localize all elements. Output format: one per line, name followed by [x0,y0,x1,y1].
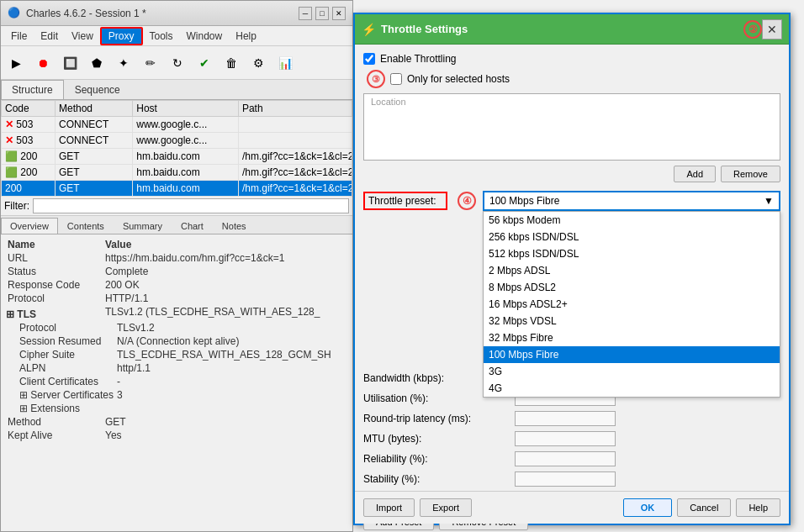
cancel-button[interactable]: Cancel [677,498,731,517]
detail-label-method: Method [4,416,105,428]
record-button[interactable]: ⏺ [31,51,55,75]
preset-option-fibre32[interactable]: 32 Mbps Fibre [484,329,780,346]
detail-value-content-type: image/gif [105,443,146,445]
detail-label-kept-alive: Kept Alive [4,429,105,441]
host-cell: www.google.c... [133,133,239,149]
preset-selected-value: 100 Mbps Fibre [489,195,559,207]
menu-view[interactable]: View [65,29,100,44]
detail-value-url: https://hm.baidu.com/hm.gif?cc=1&ck=1 [105,252,284,264]
close-button[interactable]: ✕ [332,7,346,20]
menu-file[interactable]: File [4,29,34,44]
minimize-button[interactable]: ─ [299,7,312,20]
status-badge: 🟩 200 [2,165,56,181]
preset-label: Throttle preset: [363,192,447,210]
settings-button[interactable]: ⚙ [246,51,270,75]
tab-structure[interactable]: Structure [1,80,64,99]
location-buttons: Add Remove [363,166,780,182]
annotation-2: ② [743,20,762,39]
col-method: Method [55,101,132,117]
preset-option-3g[interactable]: 3G [484,363,780,380]
tab-contents[interactable]: Contents [58,218,114,234]
table-row[interactable]: 🟩 200 GET hm.baidu.com /hm.gif?cc=1&ck=1… [2,149,352,165]
detail-value-tls-protocol: TLSv1.2 [117,322,155,334]
remove-button[interactable]: Remove [721,166,780,182]
footer-left-buttons: Import Export [363,498,472,517]
refresh-button[interactable]: ↻ [166,51,189,75]
col-path: Path [238,101,352,117]
detail-row: Status Complete [4,265,349,278]
latency-input[interactable] [515,411,616,426]
menu-edit[interactable]: Edit [34,29,65,44]
preset-option-isdn256[interactable]: 256 kbps ISDN/DSL [484,229,780,245]
tab-overview[interactable]: Overview [1,218,58,234]
tab-sequence[interactable]: Sequence [64,80,131,99]
reliability-label: Reliability (%): [363,453,515,465]
stability-input[interactable] [515,471,616,487]
export-button[interactable]: Export [420,498,472,517]
preset-dropdown-container: 100 Mbps Fibre ▼ 56 kbps Modem 256 kbps … [483,191,780,211]
reliability-input[interactable] [515,451,616,466]
detail-label-alpn: ALPN [16,362,117,374]
tab-chart[interactable]: Chart [172,218,213,234]
filter-input[interactable] [33,198,349,213]
detail-tabs: Overview Contents Summary Chart Notes [1,216,352,234]
preset-option-modem[interactable]: 56 kbps Modem [484,212,780,229]
detail-row: Kept Alive Yes [4,429,349,442]
check-button[interactable]: ✔ [193,51,216,75]
chart-button[interactable]: 📊 [273,51,297,75]
menu-proxy[interactable]: Proxy [100,27,143,45]
tls-section: ⊞ TLS TLSv1.2 (TLS_ECDHE_RSA_WITH_AES_12… [4,305,349,321]
preset-dropdown-list: 56 kbps Modem 256 kbps ISDN/DSL 512 kbps… [483,211,780,398]
mtu-row: MTU (bytes): [363,431,780,446]
import-button[interactable]: Import [363,498,415,517]
focus-button[interactable]: ✦ [112,51,135,75]
add-button[interactable]: Add [674,166,716,182]
table-row[interactable]: ✕ 503 CONNECT www.google.c... [2,117,352,133]
preset-option-adsl2plus[interactable]: 16 Mbps ADSL2+ [484,296,780,313]
detail-label-content-type: Content-Type [4,443,105,445]
edit-button[interactable]: ✏ [139,51,162,75]
table-row[interactable]: 🟩 200 GET hm.baidu.com /hm.gif?cc=1&ck=1… [2,165,352,181]
preset-option-vdsl[interactable]: 32 Mbps VDSL [484,313,780,329]
preset-option-adsl2m[interactable]: 2 Mbps ADSL [484,262,780,279]
menu-help[interactable]: Help [229,29,263,44]
menu-window[interactable]: Window [180,29,230,44]
preset-option-4g[interactable]: 4G [484,380,780,397]
maximize-button[interactable]: □ [315,7,329,20]
only-selected-checkbox[interactable] [390,73,402,85]
preset-option-adsl8m[interactable]: 8 Mbps ADSL2 [484,279,780,296]
method-cell: GET [55,149,132,165]
detail-row: Protocol HTTP/1.1 [4,292,349,305]
host-cell: hm.baidu.com [133,149,239,165]
dialog-title: Throttle Settings [381,23,740,35]
method-cell: GET [55,181,132,197]
preset-option-fibre100[interactable]: 100 Mbps Fibre [484,346,780,363]
help-button[interactable]: Help [736,498,780,517]
ok-button[interactable]: OK [623,498,673,517]
enable-throttling-checkbox[interactable] [363,53,375,65]
host-cell: hm.baidu.com [133,165,239,181]
dialog-close-button[interactable]: ✕ [762,19,782,40]
preset-dropdown[interactable]: 100 Mbps Fibre ▼ [483,191,780,211]
detail-row: Client Certificates - [4,375,349,388]
detail-row: URL https://hm.baidu.com/hm.gif?cc=1&ck=… [4,251,349,265]
clear-button[interactable]: 🔲 [58,51,82,75]
tab-notes[interactable]: Notes [213,218,256,234]
detail-label-status: Status [4,266,105,277]
charles-window: 🔵 Charles 4.6.2 - Session 1 * ─ □ ✕ File… [0,0,353,532]
pentest-button[interactable]: ⬟ [85,51,108,75]
trash-button[interactable]: 🗑 [220,51,243,75]
dialog-icon: ⚡ [362,23,376,36]
detail-label-extensions: ⊞ Extensions [16,403,117,414]
detail-label-tls-protocol: Protocol [16,322,117,334]
table-row[interactable]: ✕ 503 CONNECT www.google.c... [2,133,352,149]
window-controls: ─ □ ✕ [299,7,346,20]
table-row[interactable]: 200 GET hm.baidu.com /hm.gif?cc=1&ck=1&c… [2,181,352,197]
mtu-input[interactable] [515,431,616,446]
dialog-footer: Import Export OK Cancel Help [355,491,789,524]
menu-tools[interactable]: Tools [143,29,180,44]
tab-summary[interactable]: Summary [114,218,172,234]
path-cell [238,117,352,133]
preset-option-isdn512[interactable]: 512 kbps ISDN/DSL [484,245,780,262]
start-button[interactable]: ▶ [4,51,28,75]
